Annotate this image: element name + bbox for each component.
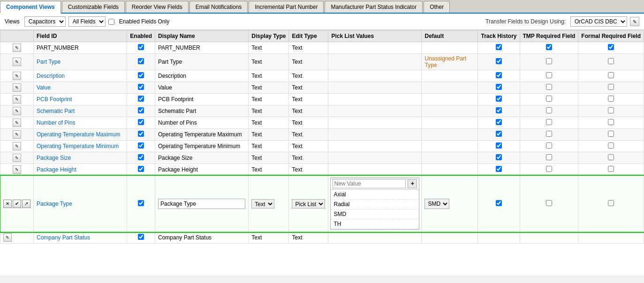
tab-incremental-part-number[interactable]: Incremental Part Number [249,1,324,13]
tmp-required-checkbox[interactable] [546,131,552,137]
enabled-checkbox[interactable] [138,131,144,137]
edit-row-button[interactable]: ✎ [13,72,21,80]
track-history-checkbox[interactable] [496,84,502,90]
tab-customizable-fields[interactable]: Customizable Fields [62,1,125,13]
tab-email-notifications[interactable]: Email Notifications [189,1,248,13]
track-history-checkbox[interactable] [496,166,502,172]
formal-required-checkbox[interactable] [608,154,614,160]
picklist-new-value-input[interactable] [333,179,406,188]
tab-reorder-view-fields[interactable]: Reorder View Fields [126,1,189,13]
track-history-checkbox[interactable] [496,96,502,102]
enabled-checkbox[interactable] [138,119,144,125]
formal-required-checkbox[interactable] [608,44,614,50]
field-id-cell[interactable]: Description [34,70,127,82]
track-history-checkbox[interactable] [496,142,502,149]
enabled-checkbox[interactable] [138,72,144,78]
edit-row-button[interactable]: ✎ [13,95,21,104]
field-id-text[interactable]: Part Type [37,59,61,65]
field-id-cell[interactable]: Number of Pins [34,117,127,129]
edit-row-button[interactable]: ✎ [13,154,21,162]
field-id-text[interactable]: Package Size [37,155,71,161]
field-id-text[interactable]: PCB Footprint [37,96,72,103]
tmp-required-checkbox[interactable] [546,84,552,90]
edit-row-button[interactable]: ✎ [13,119,21,127]
tmp-required-checkbox[interactable] [546,119,552,125]
views-select[interactable]: Capacitors [24,16,66,27]
field-id-text[interactable]: Description [37,73,65,79]
cancel-icon-button[interactable]: ✕ [3,200,12,208]
tmp-required-checkbox[interactable] [546,44,552,50]
formal-required-checkbox[interactable] [608,131,614,137]
track-history-checkbox[interactable] [496,58,502,64]
bottom-edit-button[interactable]: ✎ [3,233,12,242]
field-id-cell[interactable]: PCB Footprint [34,94,127,105]
picklist-item[interactable]: Axial [331,190,419,200]
active-display-type-select[interactable]: Text [251,199,274,209]
active-default-select[interactable]: SMD [424,199,449,209]
field-id-text[interactable]: Operating Temperature Minimum [37,143,119,149]
edit-row-button[interactable]: ✎ [13,58,21,66]
formal-required-checkbox[interactable] [608,119,614,125]
field-id-cell[interactable]: Part Type [34,54,127,70]
formal-required-checkbox[interactable] [608,142,614,149]
enabled-checkbox[interactable] [138,96,144,102]
field-id-cell[interactable]: Value [34,82,127,94]
field-id-cell[interactable]: Operating Temperature Maximum [34,129,127,141]
enabled-checkbox[interactable] [138,107,144,113]
track-history-checkbox[interactable] [496,44,502,50]
picklist-item[interactable]: Radial [331,200,419,209]
tmp-required-checkbox[interactable] [546,154,552,160]
active-display-name-input[interactable] [158,199,245,209]
field-id-text[interactable]: Value [37,84,51,91]
save-icon-button[interactable]: ✔ [13,200,21,208]
active-enabled-checkbox[interactable] [138,200,144,206]
formal-required-checkbox[interactable] [608,72,614,78]
edit-row-button[interactable]: ✎ [13,142,21,150]
formal-required-checkbox[interactable] [608,166,614,172]
bottom-field-id[interactable]: Company Part Status [37,234,90,241]
edit-row-button[interactable]: ✎ [13,130,21,139]
tab-component-views[interactable]: Component Views [0,1,61,14]
field-id-text[interactable]: Operating Temperature Maximum [37,131,121,138]
formal-required-checkbox[interactable] [608,107,614,113]
picklist-add-button[interactable]: + [408,179,417,188]
track-history-checkbox[interactable] [496,107,502,113]
field-id-cell[interactable]: Operating Temperature Minimum [34,141,127,152]
edit-row-button[interactable]: ✎ [13,44,21,52]
edit-row-button[interactable]: ✎ [13,83,21,92]
tmp-required-checkbox[interactable] [546,142,552,149]
enabled-checkbox[interactable] [138,44,144,50]
track-history-checkbox[interactable] [496,154,502,160]
transfer-select[interactable]: OrCAD CIS DBC [570,16,627,27]
enabled-checkbox[interactable] [138,142,144,149]
picklist-item[interactable]: SMD [331,209,419,219]
enabled-checkbox[interactable] [138,154,144,160]
active-field-id-text[interactable]: Package Type [37,201,72,207]
track-history-checkbox[interactable] [496,119,502,125]
enabled-fields-checkbox[interactable] [108,19,114,25]
active-tmp-required-checkbox[interactable] [546,200,552,206]
field-id-cell[interactable]: Package Height [34,164,127,176]
tab-manufacturer-part-status[interactable]: Manufacturer Part Status Indicator [325,1,423,13]
link-icon-button[interactable]: ↗ [22,200,30,208]
edit-row-button[interactable]: ✎ [13,107,21,115]
edit-row-button[interactable]: ✎ [13,165,21,174]
field-id-text[interactable]: Schematic Part [37,108,75,114]
fields-select[interactable]: All Fields [68,16,106,27]
active-edit-type-select[interactable]: Pick List [292,199,325,209]
tab-other[interactable]: Other [424,1,450,13]
enabled-checkbox[interactable] [138,84,144,90]
formal-required-checkbox[interactable] [608,96,614,102]
active-formal-required-checkbox[interactable] [608,200,614,206]
enabled-checkbox[interactable] [138,58,144,64]
bottom-enabled-checkbox[interactable] [138,234,144,240]
picklist-item[interactable]: TH [331,219,419,229]
tmp-required-checkbox[interactable] [546,96,552,102]
field-id-cell[interactable]: Package Size [34,152,127,164]
tmp-required-checkbox[interactable] [546,72,552,78]
field-id-text[interactable]: Number of Pins [37,119,76,126]
tmp-required-checkbox[interactable] [546,107,552,113]
formal-required-checkbox[interactable] [608,84,614,90]
tmp-required-checkbox[interactable] [546,166,552,172]
transfer-edit-button[interactable]: ✎ [630,17,639,26]
